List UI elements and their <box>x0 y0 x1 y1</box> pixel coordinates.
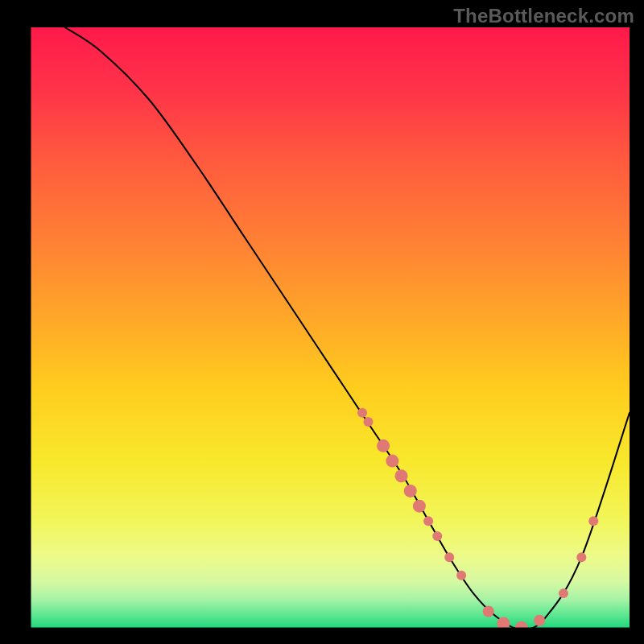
data-point <box>404 485 417 497</box>
data-point <box>534 615 545 626</box>
data-point <box>576 552 586 562</box>
data-point <box>456 571 466 580</box>
data-point <box>386 455 398 468</box>
data-point <box>497 617 510 630</box>
data-point <box>413 500 426 513</box>
data-point <box>377 440 390 452</box>
data-point <box>423 516 433 526</box>
data-point <box>588 516 598 526</box>
data-point <box>483 606 494 617</box>
data-point <box>357 408 367 418</box>
curve-layer <box>29 27 630 630</box>
data-point <box>515 621 528 630</box>
data-markers <box>357 408 598 630</box>
data-point <box>559 588 568 598</box>
data-point <box>444 552 454 562</box>
bottleneck-curve <box>65 27 630 630</box>
data-point <box>395 469 408 482</box>
plot-area <box>29 27 630 630</box>
watermark-text: TheBottleneck.com <box>453 5 634 27</box>
data-point <box>432 531 442 541</box>
data-point <box>363 417 373 427</box>
chart-container: TheBottleneck.com <box>0 0 644 644</box>
